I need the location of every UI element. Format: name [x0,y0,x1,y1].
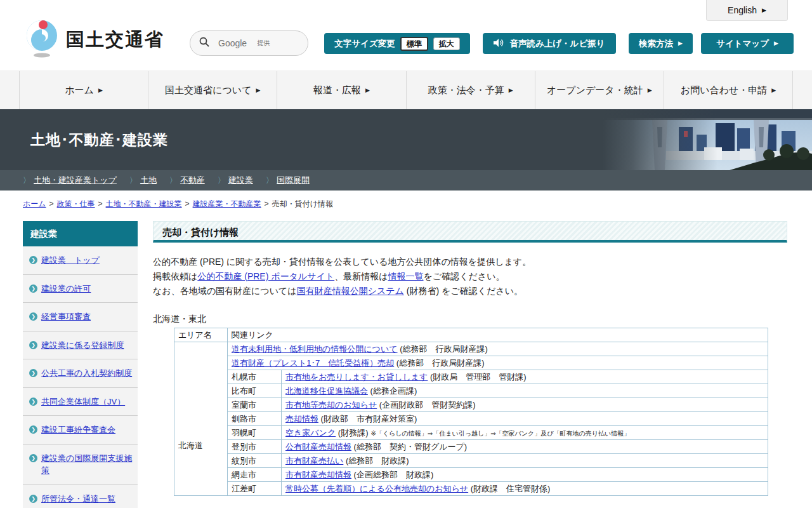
city-cell: 札幌市 [228,370,282,384]
chevron-icon: 〉 [218,175,225,186]
department-text: (総務部 行政局財産課) [398,344,488,354]
circle-chevron-icon: ❯ [29,425,37,434]
related-link[interactable]: 売却情報 [285,414,318,424]
sidebar-item-label[interactable]: 建設業の許可 [41,283,91,295]
font-large-button[interactable]: 拡大 [433,37,460,50]
sidebar-item-label[interactable]: 所管法令・通達一覧 [41,493,115,505]
site-search-input[interactable]: Google 提供 [190,30,308,56]
chevron-right-icon: ▶ [762,8,766,13]
sidebar-item-label[interactable]: 建設業の国際展開支援施策 [41,452,134,477]
inline-link[interactable]: 国有財産情報公開システム [297,286,404,296]
hero-subnav-link-2[interactable]: 〉不動産 [169,175,205,186]
related-link[interactable]: 市有財産売却情報 [285,470,351,479]
table-row: 札幌市市有地をお売りします・お貸しします (財政局 管理部 管財課) [174,370,768,384]
sidebar-item-label[interactable]: 公共工事の入札契約制度 [41,367,132,380]
nav-item-4[interactable]: オープンデータ・統計▶ [535,71,664,109]
sidebar-item-5[interactable]: ❯共同企業体制度（JV） [23,387,138,416]
related-link[interactable]: 市有地をお売りします・お貸しします [285,372,428,382]
search-placeholder: Google [218,38,247,48]
nav-item-0[interactable]: ホーム▶ [19,71,148,109]
city-cell: 江差町 [228,482,282,496]
table-row: 網走市市有財産売却情報 (企画総務部 財政課) [174,468,768,482]
sitemap-button[interactable]: サイトマップ ▶ [701,33,794,54]
nav-item-5[interactable]: お問い合わせ・申請▶ [664,71,793,109]
text-to-speech-button[interactable]: 音声読み上げ・ルビ振り [483,33,616,54]
city-cell: 羽幌町 [228,426,282,440]
sidebar-item-8[interactable]: ❯所管法令・通達一覧 [23,485,138,508]
sidebar-header: 建設業 [23,221,138,246]
inline-link[interactable]: 情報一覧 [388,271,424,281]
chevron-right-icon: ▶ [256,88,261,93]
circle-chevron-icon: ❯ [29,256,37,264]
sidebar-item-label[interactable]: 建設業に係る登録制度 [41,339,124,352]
related-link[interactable]: 空き家バンク [285,428,336,438]
table-row: 紋別市市有財産売払い (総務部 財政課) [174,454,768,468]
font-size-button[interactable]: 文字サイズ変更 標準 拡大 [324,33,470,54]
sidebar-item-label[interactable]: 共同企業体制度（JV） [41,396,125,408]
city-cell: 紋別市 [228,454,282,468]
related-link[interactable]: 常時公募（先着順）による公有地売却のお知らせ [285,484,468,493]
hero-subnav-link-label[interactable]: 建設業 [228,175,253,186]
related-link-cell: 北海道移住促進協議会 (総務企画課) [282,384,768,398]
sidebar-item-2[interactable]: ❯経営事項審査 [23,302,138,331]
sidebar-item-4[interactable]: ❯公共工事の入札契約制度 [23,359,138,387]
hero-subnav-link-label[interactable]: 国際展開 [277,175,310,186]
related-link[interactable]: 市有地等売却のお知らせ [285,400,377,410]
sidebar-item-label[interactable]: 建設工事紛争審査会 [41,424,115,436]
hero-subnav-link-1[interactable]: 〉土地 [129,175,157,186]
chevron-right-icon: ▶ [509,88,513,93]
sidebar-item-1[interactable]: ❯建設業の許可 [23,274,138,303]
hero-subnav-link-3[interactable]: 〉建設業 [218,175,253,186]
nav-item-2[interactable]: 報道・広報▶ [277,71,405,109]
breadcrumb-link[interactable]: ホーム [23,199,46,208]
main-panel: 売却・貸付け情報 公的不動産 (PRE) に関する売却・貸付情報を公表している地… [153,221,787,496]
sidebar-item-3[interactable]: ❯建設業に係る登録制度 [23,331,138,359]
sidebar-item-7[interactable]: ❯建設業の国際展開支援施策 [23,444,138,485]
sidebar-item-label[interactable]: 建設業 トップ [41,254,100,267]
font-size-label: 文字サイズ変更 [334,38,395,50]
chevron-right-icon: ▶ [648,88,652,93]
font-standard-button[interactable]: 標準 [400,37,428,51]
related-link[interactable]: 公有財産売却情報 [285,442,351,451]
hero-subnav-link-label[interactable]: 不動産 [180,175,205,186]
paragraph-text: 掲載依頼は [153,271,197,281]
sidebar-item-label[interactable]: 経営事項審査 [41,311,91,323]
city-cell: 網走市 [228,468,282,482]
breadcrumb-link[interactable]: 建設産業・不動産業 [193,199,261,208]
table-row: 室蘭市市有地等売却のお知らせ (企画財政部 管財契約課) [174,398,768,412]
hero-fade-overlay [603,109,812,170]
english-label: English [728,5,757,15]
nav-item-3[interactable]: 政策・法令・予算▶ [406,71,535,109]
sale-info-table: エリア名 関連リンク 北海道道有未利用地・低利用地の情報公開について (総務部 … [174,328,768,496]
english-button[interactable]: English ▶ [706,0,788,21]
circle-chevron-icon: ❯ [29,312,37,321]
city-cell: 室蘭市 [228,398,282,412]
table-row: 比布町北海道移住促進協議会 (総務企画課) [174,384,768,398]
related-link[interactable]: 道有未利用地・低利用地の情報公開について [232,344,398,354]
table-row: 江差町常時公募（先着順）による公有地売却のお知らせ (財政課 住宅管財係) [174,482,768,496]
nav-item-1[interactable]: 国土交通省について▶ [148,71,277,109]
breadcrumb-link[interactable]: 土地・不動産・建設業 [106,199,182,208]
related-link[interactable]: 市有財産売払い [285,456,343,465]
hero-subnav-link-0[interactable]: 〉土地・建設産業トップ [23,175,117,186]
ministry-logo[interactable]: 国土交通省 [24,19,164,61]
hero-subnav-link-label[interactable]: 土地・建設産業トップ [34,175,117,186]
breadcrumb-link[interactable]: 政策・仕事 [57,199,95,208]
related-link[interactable]: 北海道移住促進協議会 [285,386,368,396]
nav-item-label: オープンデータ・統計 [547,84,643,97]
circle-chevron-icon: ❯ [29,369,37,377]
related-link[interactable]: 道有財産（プレスト1･7 信託受益権）売却 [232,358,394,368]
department-text: (財政部 市有財産対策室) [318,414,417,424]
chevron-icon: 〉 [266,175,273,186]
sidebar-item-0[interactable]: ❯建設業 トップ [23,246,138,274]
breadcrumb-current: 売却・貸付け情報 [272,199,333,208]
table-header-row: エリア名 関連リンク [174,328,768,342]
inline-link[interactable]: 公的不動産 (PRE) ポータルサイト [197,271,334,281]
hero-subnav-link-4[interactable]: 〉国際展開 [266,175,310,186]
related-link-cell: 空き家バンク (財務課)※「くらしの情報」⇒「住まい引っ越し」⇒「空家バンク」及… [282,426,768,440]
table-row: 北海道道有未利用地・低利用地の情報公開について (総務部 行政局財産課) [174,342,768,356]
breadcrumb-separator: > [185,199,190,208]
hero-subnav-link-label[interactable]: 土地 [140,175,157,186]
search-method-button[interactable]: 検索方法 ▶ [629,33,693,54]
sidebar-item-6[interactable]: ❯建設工事紛争審査会 [23,415,138,444]
